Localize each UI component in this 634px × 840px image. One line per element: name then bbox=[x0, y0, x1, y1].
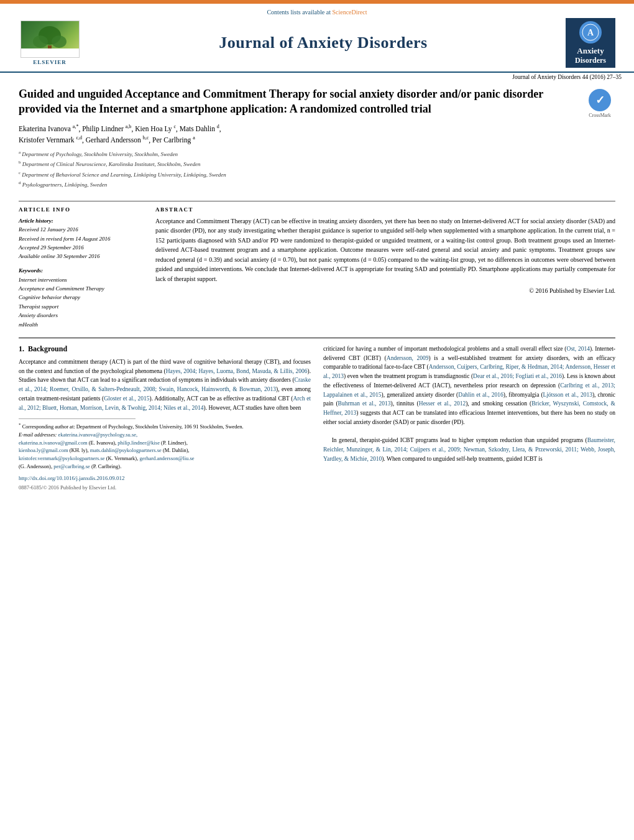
footnote-divider bbox=[19, 418, 136, 419]
authors-line: Ekaterina Ivanova a,*, Philip Lindner a,… bbox=[19, 123, 575, 145]
article-title-text: Guided and unguided Acceptance and Commi… bbox=[19, 86, 575, 196]
article-info-abstract: ARTICLE INFO Article history: Received 1… bbox=[19, 206, 615, 329]
section-title: 1. Background bbox=[19, 344, 311, 354]
keyword-3: Cognitive behavior therapy bbox=[19, 293, 143, 302]
abstract-text: Acceptance and Commitment Therapy (ACT) … bbox=[155, 216, 615, 296]
issn-line: 0887-6185/© 2016 Published by Elsevier L… bbox=[19, 484, 311, 492]
doi-link[interactable]: http://dx.doi.org/10.1016/j.janxdis.2016… bbox=[19, 474, 311, 483]
article-title: Guided and unguided Acceptance and Commi… bbox=[19, 86, 575, 117]
elsevier-text: ELSEVIER bbox=[33, 59, 67, 65]
body-right-text: criticized for having a number of import… bbox=[323, 344, 615, 463]
abstract-heading: ABSTRACT bbox=[155, 206, 615, 213]
keyword-4: Therapist support bbox=[19, 302, 143, 311]
article-info-heading: ARTICLE INFO bbox=[19, 206, 143, 213]
body-left: 1. Background Acceptance and commitment … bbox=[19, 344, 311, 492]
revised-date: Received in revised form 14 August 2016 bbox=[19, 234, 143, 243]
crossmark-text: CrossMark bbox=[589, 113, 611, 118]
footnote-emails: E-mail addresses: ekaterina.ivanova@psyc… bbox=[19, 431, 311, 471]
journal-title: Journal of Anxiety Disorders bbox=[87, 34, 559, 52]
svg-text:A: A bbox=[587, 28, 594, 37]
accepted-date: Accepted 29 September 2016 bbox=[19, 243, 143, 252]
body-section: 1. Background Acceptance and commitment … bbox=[19, 344, 615, 492]
keyword-5: Anxiety disorders bbox=[19, 311, 143, 320]
body-left-text: Acceptance and commitment therapy (ACT) … bbox=[19, 358, 311, 412]
copyright: © 2016 Published by Elsevier Ltd. bbox=[155, 286, 615, 296]
sciencedirect-link[interactable]: ScienceDirect bbox=[332, 9, 367, 16]
crossmark-icon: ✓ bbox=[589, 89, 611, 111]
keywords-list: Internet interventions Acceptance and Co… bbox=[19, 275, 143, 329]
keyword-2: Acceptance and Commitment Therapy bbox=[19, 284, 143, 293]
svg-rect-4 bbox=[48, 45, 52, 50]
contents-line: Contents lists available at ScienceDirec… bbox=[12, 9, 622, 16]
doi-line: Journal of Anxiety Disorders 44 (2016) 2… bbox=[0, 73, 634, 80]
elsevier-image bbox=[21, 21, 80, 58]
page: Contents lists available at ScienceDirec… bbox=[0, 0, 634, 840]
footnotes: * Corresponding author at: Department of… bbox=[19, 422, 311, 492]
article-info: ARTICLE INFO Article history: Received 1… bbox=[19, 206, 143, 329]
body-divider bbox=[19, 338, 615, 338]
online-date: Available online 30 September 2016 bbox=[19, 252, 143, 261]
received-date: Received 12 January 2016 bbox=[19, 225, 143, 234]
elsevier-logo-area: ELSEVIER bbox=[12, 21, 87, 65]
journal-badge-area: A Anxiety Disorders bbox=[559, 18, 622, 68]
elsevier-logo: ELSEVIER bbox=[21, 21, 80, 65]
footnote-star: * Corresponding author at: Department of… bbox=[19, 422, 311, 431]
article-content: Guided and unguided Acceptance and Commi… bbox=[0, 80, 634, 498]
svg-text:✓: ✓ bbox=[595, 94, 605, 106]
keyword-1: Internet interventions bbox=[19, 275, 143, 284]
header-main: ELSEVIER Journal of Anxiety Disorders A … bbox=[12, 18, 622, 68]
abstract-section: ABSTRACT Acceptance and Commitment Thera… bbox=[155, 206, 615, 329]
header: Contents lists available at ScienceDirec… bbox=[0, 4, 634, 73]
divider-1 bbox=[19, 201, 615, 201]
history-heading: Article history: bbox=[19, 216, 143, 225]
body-right: criticized for having a number of import… bbox=[323, 344, 615, 492]
journal-badge: A Anxiety Disorders bbox=[566, 18, 615, 68]
article-title-section: Guided and unguided Acceptance and Commi… bbox=[19, 86, 615, 196]
svg-point-3 bbox=[52, 35, 67, 48]
keywords-section: Keywords: Internet interventions Accepta… bbox=[19, 267, 143, 329]
affiliations: a Department of Psychology, Stockholm Un… bbox=[19, 149, 575, 190]
svg-point-2 bbox=[33, 35, 48, 48]
keywords-heading: Keywords: bbox=[19, 267, 143, 274]
crossmark[interactable]: ✓ CrossMark bbox=[584, 89, 615, 118]
article-history: Article history: Received 12 January 201… bbox=[19, 216, 143, 261]
keyword-6: mHealth bbox=[19, 320, 143, 329]
badge-icon: A bbox=[579, 21, 602, 44]
